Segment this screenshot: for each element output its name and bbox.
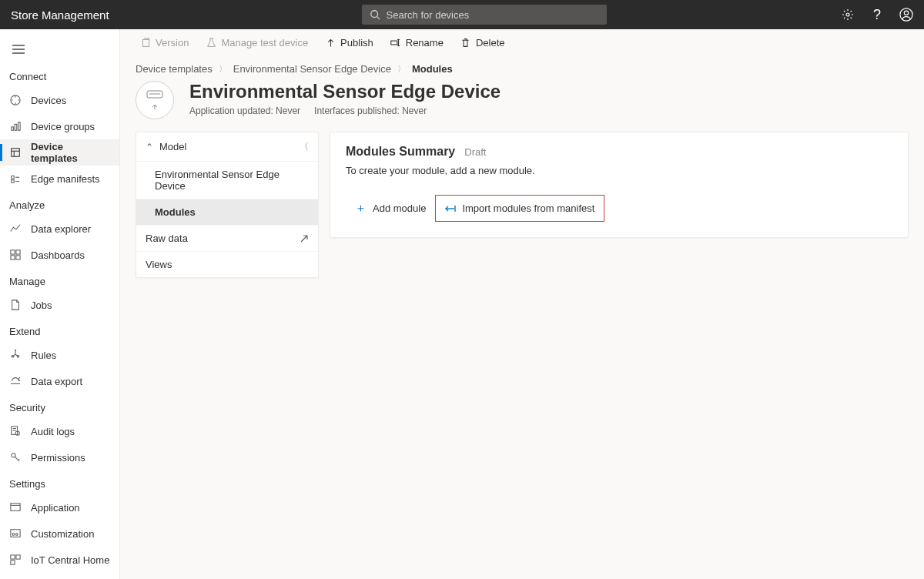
key-icon [9, 451, 22, 464]
cmd-manage-test-device: Manage test device [199, 32, 314, 53]
meta-application-updated: Application updated: Never [189, 105, 300, 116]
svg-rect-10 [15, 124, 17, 130]
sidebar-item-rules[interactable]: Rules [0, 342, 119, 368]
sidebar-item-device-groups[interactable]: Device groups [0, 113, 119, 139]
breadcrumb: Device templates 〉 Environmental Sensor … [136, 63, 909, 75]
app-title: Store Management [11, 8, 109, 22]
nav-label: Device groups [31, 121, 95, 132]
sidebar-item-data-explorer[interactable]: Data explorer [0, 216, 119, 242]
svg-point-4 [904, 11, 908, 15]
jobs-icon [9, 299, 22, 311]
section-connect: Connect [0, 63, 119, 87]
hamburger-button[interactable] [3, 35, 34, 63]
sidebar-item-device-templates[interactable]: Device templates [0, 139, 119, 166]
compass-icon [9, 94, 22, 106]
section-analyze: Analyze [0, 192, 119, 216]
nav-label: Permissions [31, 452, 85, 464]
section-extend: Extend [0, 318, 119, 342]
panel-description: To create your module, add a new module. [346, 165, 892, 176]
home-icon [9, 554, 22, 566]
svg-point-35 [15, 534, 18, 536]
svg-rect-22 [16, 256, 20, 259]
template-icon [9, 146, 22, 159]
collapse-panel-icon[interactable]: 〈 [300, 140, 309, 153]
meta-interfaces-published: Interfaces published: Never [314, 105, 427, 116]
section-manage: Manage [0, 268, 119, 292]
svg-rect-37 [16, 555, 20, 559]
tree-item-raw-data[interactable]: Raw data [136, 226, 318, 252]
action-label: Import modules from manifest [462, 202, 594, 214]
breadcrumb-device-templates[interactable]: Device templates [136, 63, 213, 75]
action-label: Add module [373, 202, 426, 214]
page-title: Environmental Sensor Edge Device [189, 81, 500, 102]
svg-rect-38 [11, 561, 15, 564]
svg-point-0 [370, 11, 377, 18]
svg-rect-9 [12, 127, 14, 130]
svg-rect-12 [12, 149, 20, 157]
delete-icon [460, 38, 471, 49]
svg-rect-33 [11, 530, 20, 537]
tree-label: Modules [155, 206, 196, 218]
sidebar-item-jobs[interactable]: Jobs [0, 292, 119, 318]
account-icon[interactable] [899, 8, 913, 22]
cmd-rename[interactable]: Rename [384, 32, 450, 53]
modules-summary-panel: Modules Summary Draft To create your mod… [330, 132, 909, 238]
svg-rect-16 [12, 180, 15, 183]
svg-rect-31 [11, 504, 20, 511]
help-icon[interactable]: ? [870, 8, 884, 22]
sidebar-item-application[interactable]: Application [0, 494, 119, 520]
version-icon [140, 38, 151, 49]
line-chart-icon [9, 223, 22, 235]
sidebar-item-customization[interactable]: Customization [0, 520, 119, 547]
expand-icon[interactable] [300, 234, 309, 243]
tree-label: Raw data [146, 233, 188, 244]
cmd-publish[interactable]: Publish [319, 32, 380, 53]
sidebar-item-devices[interactable]: Devices [0, 87, 119, 113]
model-header[interactable]: ⌃ Model 〈 [136, 132, 318, 162]
dashboard-icon [9, 249, 22, 261]
import-modules-button[interactable]: Import modules from manifest [436, 196, 604, 221]
search-icon [370, 9, 380, 20]
nav-label: Jobs [31, 300, 52, 311]
tree-item-device[interactable]: Environmental Sensor Edge Device [136, 162, 318, 199]
model-label: Model [159, 141, 186, 152]
nav-label: Rules [31, 350, 56, 361]
nav-label: Device templates [31, 141, 110, 164]
cmd-label: Version [156, 37, 189, 49]
sidebar-item-edge-manifests[interactable]: Edge manifests [0, 166, 119, 192]
cmd-delete[interactable]: Delete [454, 32, 511, 53]
cmd-version: Version [134, 32, 195, 53]
section-security: Security [0, 394, 119, 418]
search-input[interactable] [387, 9, 599, 21]
nav-label: IoT Central Home [31, 554, 109, 566]
chevron-right-icon: 〉 [397, 63, 406, 75]
svg-line-1 [377, 17, 380, 20]
export-icon [9, 375, 22, 387]
svg-rect-20 [16, 250, 20, 254]
add-module-button[interactable]: ＋ Add module [346, 195, 435, 222]
sidebar-item-iot-central-home[interactable]: IoT Central Home [0, 547, 119, 573]
tree-item-views[interactable]: Views [136, 252, 318, 277]
breadcrumb-device[interactable]: Environmental Sensor Edge Device [233, 63, 391, 75]
svg-rect-39 [142, 39, 149, 46]
nav-label: Edge manifests [31, 173, 100, 185]
cmd-label: Rename [406, 37, 444, 49]
sidebar-item-audit-logs[interactable]: Audit logs [0, 418, 119, 444]
sidebar-item-data-export[interactable]: Data export [0, 368, 119, 394]
chevron-right-icon: 〉 [219, 63, 227, 75]
chevron-up-icon: ⌃ [146, 142, 153, 152]
nav-label: Data export [31, 376, 82, 387]
tree-label: Views [146, 259, 172, 270]
sidebar-item-dashboards[interactable]: Dashboards [0, 242, 119, 268]
sidebar: Connect Devices Device groups Device tem… [0, 29, 120, 579]
sidebar-item-permissions[interactable]: Permissions [0, 444, 119, 470]
cmd-label: Publish [340, 37, 373, 49]
search-box[interactable] [362, 5, 607, 25]
tree-item-modules[interactable]: Modules [136, 199, 318, 226]
plus-icon: ＋ [355, 201, 367, 216]
section-settings: Settings [0, 470, 119, 494]
svg-rect-19 [11, 250, 15, 254]
cmd-label: Manage test device [221, 37, 308, 49]
settings-icon[interactable] [841, 8, 855, 22]
panel-title: Modules Summary [346, 145, 455, 159]
